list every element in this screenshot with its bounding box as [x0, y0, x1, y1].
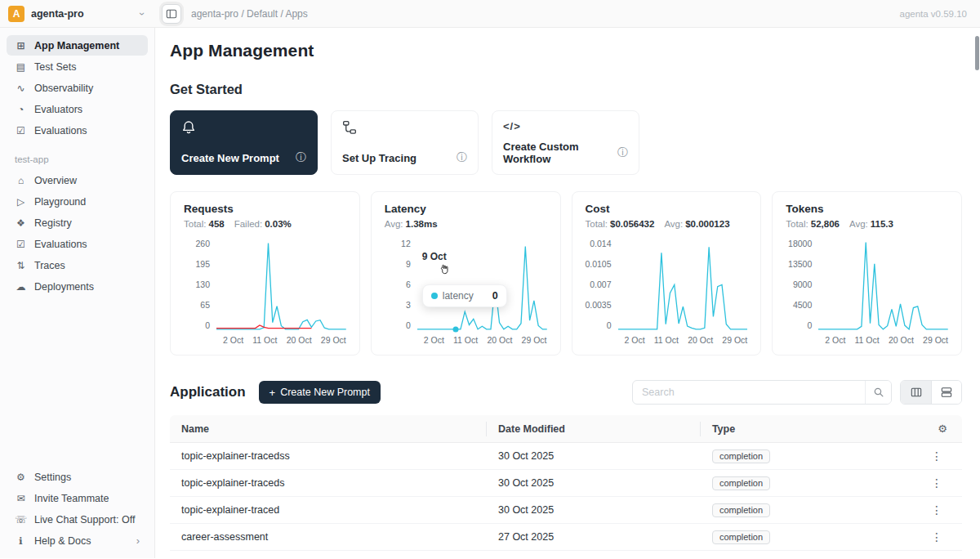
y-tick: 12: [401, 239, 411, 248]
sidebar-item-label: App Management: [34, 40, 119, 51]
sidebar-item-registry[interactable]: ❖ Registry: [7, 212, 148, 233]
invite-teammate-icon: ✉: [15, 493, 27, 504]
y-axis: 129630: [385, 239, 417, 330]
scrollbar[interactable]: [975, 36, 979, 70]
x-tick: 11 Oct: [252, 335, 277, 345]
sidebar-item-test-sets[interactable]: ▤ Test Sets: [7, 56, 148, 77]
evaluations-icon: ☑: [15, 239, 27, 250]
sidebar-toggle-button[interactable]: [162, 4, 181, 24]
breadcrumb[interactable]: agenta-pro / Default / Apps: [191, 8, 308, 20]
date-modified: 30 Oct 2025: [487, 477, 701, 489]
requests-line: [216, 243, 346, 329]
table-row-topic-explainer-traceds[interactable]: topic-explainer-traceds 30 Oct 2025 comp…: [170, 470, 962, 497]
live-chat-icon: ☏: [15, 514, 27, 525]
page-title: App Management: [170, 41, 962, 60]
workspace-selector[interactable]: A agenta-pro ›: [0, 0, 155, 27]
sidebar-item-evaluations[interactable]: ☑ Evaluations: [7, 120, 148, 141]
date-modified: 27 Oct 2025: [487, 531, 701, 543]
create-custom-workflow-card[interactable]: </> Create Custom Workflow ⓘ: [492, 110, 639, 175]
y-tick: 65: [200, 300, 210, 310]
column-name[interactable]: Name: [170, 422, 487, 436]
plus-icon: +: [270, 387, 276, 398]
main-content: App Management Get Started Create New Pr…: [155, 28, 980, 558]
chart-stats: Total:$0.056432 Avg:$0.000123: [586, 219, 748, 229]
sidebar-item-overview[interactable]: ⌂ Overview: [7, 170, 148, 190]
sidebar-item-playground[interactable]: ▷ Playground: [7, 191, 148, 212]
chart-plot: [417, 239, 547, 330]
table-body: topic-explainer-tracedss 30 Oct 2025 com…: [170, 443, 962, 551]
y-tick: 0: [807, 320, 812, 330]
chart-stats: Avg:1.38ms: [385, 219, 547, 229]
sidebar-item-live-chat-support-off[interactable]: ☏ Live Chat Support: Off: [7, 509, 148, 530]
card-view-button[interactable]: [931, 381, 961, 404]
x-axis: 2 Oct11 Oct20 Oct29 Oct: [825, 335, 948, 345]
sidebar-item-invite-teammate[interactable]: ✉ Invite Teammate: [7, 488, 148, 508]
table-view-button[interactable]: [901, 381, 931, 404]
search-input[interactable]: [633, 381, 865, 404]
x-tick: 29 Oct: [923, 335, 948, 345]
column-date-modified[interactable]: Date Modified: [487, 422, 701, 436]
sidebar-item-label: Overview: [34, 175, 77, 186]
table-row-topic-explainer-tracedss[interactable]: topic-explainer-tracedss 30 Oct 2025 com…: [170, 443, 962, 470]
chart-title: Tokens: [786, 203, 948, 215]
version-label: agenta v0.59.10: [900, 9, 980, 19]
latency-card: Latency Avg:1.38ms 129630 2 Oct11 Oct20 …: [371, 191, 561, 356]
sidebar-item-observability[interactable]: ∿ Observability: [7, 78, 148, 98]
sidebar-main-group: ⊞ App Management ▤ Test Sets ∿ Observabi…: [0, 34, 154, 141]
application-header: Application + Create New Prompt: [170, 380, 962, 405]
table-settings-gear-icon[interactable]: ⚙: [906, 422, 962, 436]
tokens-line: [818, 243, 948, 329]
table-header: Name Date Modified Type ⚙: [170, 415, 962, 443]
overview-icon: ⌂: [15, 175, 27, 186]
sidebar-item-evaluations[interactable]: ☑ Evaluations: [7, 234, 148, 254]
more-menu-button[interactable]: ⋮: [928, 503, 946, 517]
more-menu-button[interactable]: ⋮: [928, 476, 946, 490]
set-up-tracing-card[interactable]: Set Up Tracing ⓘ: [331, 110, 479, 175]
sidebar-app-group: ⌂ Overview ▷ Playground ❖ Registry ☑ Eva…: [0, 169, 154, 297]
latency-line: [417, 247, 547, 329]
info-icon[interactable]: ⓘ: [617, 145, 628, 160]
x-tick: 20 Oct: [688, 335, 713, 345]
y-tick: 0: [205, 320, 210, 330]
create-new-prompt-card[interactable]: Create New Prompt ⓘ: [170, 110, 318, 175]
type-badge: completion: [712, 503, 770, 517]
sidebar-item-traces[interactable]: ⇅ Traces: [7, 255, 148, 275]
sidebar-group-label: test-app: [0, 141, 154, 169]
x-tick: 11 Oct: [453, 335, 478, 345]
test-sets-icon: ▤: [15, 61, 27, 73]
app-name[interactable]: topic-explainer-tracedss: [170, 450, 487, 462]
code-icon: </>: [503, 120, 628, 132]
panel-icon: [166, 8, 177, 20]
sidebar-item-help-docs[interactable]: ℹ Help & Docs ›: [7, 530, 148, 551]
sidebar-item-settings[interactable]: ⚙ Settings: [7, 467, 148, 487]
search-button[interactable]: [865, 381, 891, 404]
traces-icon: ⇅: [15, 260, 27, 271]
metrics-row: Requests Total:458 Failed:0.03% 26019513…: [170, 191, 962, 356]
more-menu-button[interactable]: ⋮: [928, 449, 946, 463]
app-name[interactable]: topic-explainer-traced: [170, 504, 487, 516]
column-type[interactable]: Type: [701, 422, 906, 436]
info-icon[interactable]: ⓘ: [457, 150, 467, 165]
y-tick: 195: [195, 259, 210, 269]
y-axis: 260195130650: [184, 239, 216, 330]
sidebar-item-evaluators[interactable]: ◔ Evaluators: [7, 99, 148, 119]
y-tick: 13500: [788, 259, 812, 269]
x-axis: 2 Oct11 Oct20 Oct29 Oct: [424, 335, 547, 345]
search-icon: [873, 387, 884, 398]
card-label: Create Custom Workflow: [503, 141, 617, 165]
sidebar-item-deployments[interactable]: ☁ Deployments: [7, 276, 148, 297]
info-icon[interactable]: ⓘ: [296, 150, 306, 165]
create-new-prompt-button[interactable]: + Create New Prompt: [259, 381, 381, 404]
sidebar-item-app-management[interactable]: ⊞ App Management: [7, 35, 148, 56]
evaluators-icon: ◔: [15, 104, 27, 115]
y-axis: 1800013500900045000: [786, 239, 818, 330]
app-name[interactable]: topic-explainer-traceds: [170, 477, 487, 489]
chart-stats: Total:52,806 Avg:115.3: [786, 219, 948, 229]
help-docs-icon: ℹ: [15, 535, 27, 547]
type-badge: completion: [712, 449, 770, 463]
table-row-career-assessment[interactable]: career-assessment 27 Oct 2025 completion…: [170, 524, 962, 551]
y-tick: 0.007: [590, 280, 611, 289]
more-menu-button[interactable]: ⋮: [928, 530, 946, 543]
table-row-topic-explainer-traced[interactable]: topic-explainer-traced 30 Oct 2025 compl…: [170, 497, 962, 524]
app-name[interactable]: career-assessment: [170, 531, 487, 543]
